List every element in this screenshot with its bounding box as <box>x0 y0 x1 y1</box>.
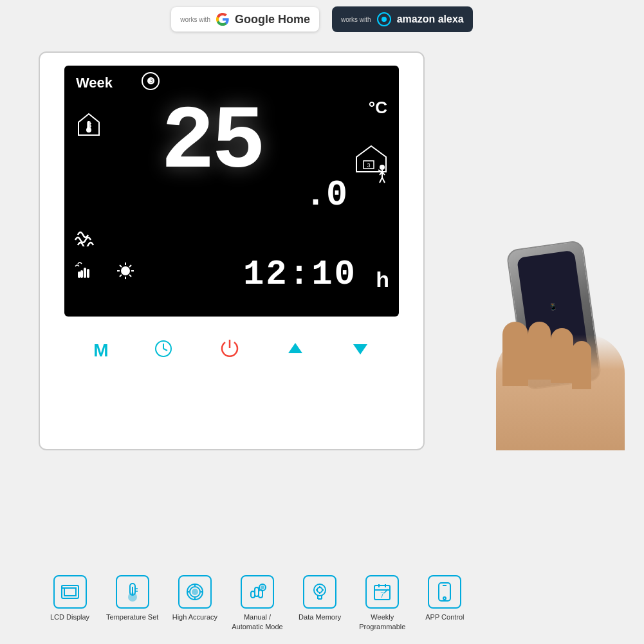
svg-line-28 <box>129 275 131 277</box>
amazon-alexa-logo: works with amazon alexa <box>332 6 473 32</box>
feature-app: APP Control <box>418 575 472 621</box>
home-thermometer-icon <box>76 111 102 141</box>
google-home-logo: works with Google Home <box>171 7 319 32</box>
alexa-works-with: works with <box>341 16 371 23</box>
lcd-label: LCD Display <box>50 612 89 621</box>
svg-point-11 <box>380 165 385 170</box>
memory-icon <box>303 575 336 609</box>
google-g-icon <box>216 12 230 26</box>
time-suffix: h <box>376 267 389 292</box>
power-button[interactable] <box>219 337 241 364</box>
svg-point-57 <box>314 584 326 596</box>
heat-waves-icon <box>74 227 98 249</box>
feature-accuracy: High Accuracy <box>167 575 222 621</box>
svg-marker-35 <box>353 344 367 354</box>
svg-marker-34 <box>288 343 302 353</box>
mode-label: Manual / Automatic Mode <box>230 612 284 631</box>
svg-rect-19 <box>84 268 86 278</box>
svg-point-73 <box>443 597 446 600</box>
app-phone-icon <box>428 575 461 609</box>
svg-text:7: 7 <box>380 592 384 599</box>
lcd-screen: Week ❸ 25 .0 °C <box>64 66 399 317</box>
accuracy-target-icon <box>178 575 212 609</box>
svg-rect-18 <box>80 270 83 278</box>
temperature-display: 25 <box>161 98 262 188</box>
svg-rect-53 <box>251 591 255 598</box>
thermometer-set-icon <box>116 575 149 609</box>
program-circle: ❸ <box>142 72 160 90</box>
backlight-sun-icon <box>116 261 135 283</box>
alexa-text: amazon alexa <box>397 14 464 25</box>
clock-button[interactable] <box>154 339 173 363</box>
svg-rect-37 <box>64 588 76 596</box>
svg-point-56 <box>261 586 264 589</box>
svg-line-33 <box>163 349 167 351</box>
remote-control-image: 📱 <box>496 244 625 450</box>
schedule-icon: 3 <box>354 143 389 187</box>
feature-temp-set: Temperature Set <box>105 575 160 621</box>
google-home-text: Google Home <box>235 13 310 26</box>
feature-weekly: 7 Weekly Programmable <box>355 575 410 631</box>
time-display: 12:10 <box>243 255 357 294</box>
lcd-icon <box>53 575 87 609</box>
temp-up-button[interactable] <box>286 339 305 363</box>
svg-rect-21 <box>78 271 80 278</box>
svg-point-58 <box>317 587 322 593</box>
temp-set-label: Temperature Set <box>106 612 158 621</box>
alexa-icon <box>376 12 392 27</box>
thermostat-device: Week ❸ 25 .0 °C <box>39 51 425 450</box>
svg-point-1 <box>382 17 387 22</box>
svg-line-15 <box>380 178 382 183</box>
brand-logos-area: works with Google Home works with amazon… <box>0 6 644 32</box>
svg-text:3: 3 <box>367 162 370 169</box>
svg-point-47 <box>192 589 198 594</box>
app-control-label: APP Control <box>425 612 464 621</box>
hand-waves-icon <box>74 260 96 284</box>
memory-label: Data Memory <box>299 612 341 621</box>
temp-down-button[interactable] <box>351 339 370 363</box>
feature-memory: Data Memory <box>293 575 347 621</box>
feature-lcd: LCD Display <box>42 575 97 621</box>
weekly-calendar-icon: 7 <box>365 575 399 609</box>
celsius-symbol: °C <box>369 98 387 118</box>
mode-icon <box>241 575 274 609</box>
features-bar: LCD Display Temperature Set <box>39 575 476 631</box>
svg-point-22 <box>122 267 129 275</box>
touch-controls: M <box>71 331 392 371</box>
week-label: Week <box>76 75 113 91</box>
weekly-label: Weekly Programmable <box>355 612 410 631</box>
temperature-decimal: .0 <box>305 175 347 216</box>
mode-button[interactable]: M <box>93 340 108 361</box>
svg-line-27 <box>120 265 122 267</box>
svg-rect-20 <box>87 269 89 278</box>
svg-line-16 <box>382 178 385 183</box>
accuracy-label: High Accuracy <box>172 612 217 621</box>
svg-line-30 <box>120 275 122 277</box>
feature-mode: Manual / Automatic Mode <box>230 575 284 631</box>
google-works-with: works with <box>180 16 210 23</box>
svg-line-29 <box>129 265 131 267</box>
